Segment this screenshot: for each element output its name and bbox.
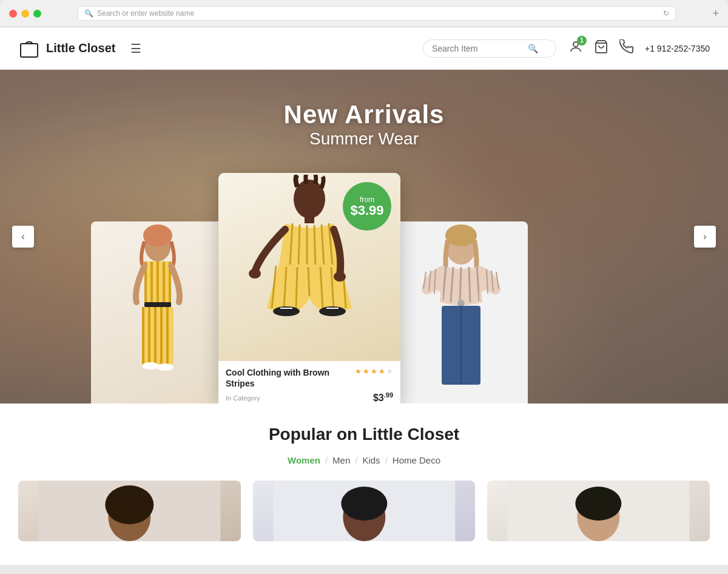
product-thumb-2[interactable] [253, 481, 476, 541]
url-text: Search or enter website name [97, 9, 194, 18]
carousel-prev-button[interactable]: ‹ [12, 226, 34, 248]
new-tab-button[interactable]: + [712, 7, 719, 20]
product-rating: ★ ★ ★ ★ ★ [355, 367, 393, 376]
close-dot[interactable] [9, 10, 17, 18]
person-right-figure [413, 223, 510, 402]
svg-rect-14 [148, 307, 150, 365]
logo-area: Little Closet ☰ [18, 38, 141, 59]
app-container: Little Closet ☰ 🔍 1 [0, 27, 728, 565]
logo-icon [18, 38, 40, 59]
star-1: ★ [355, 367, 362, 376]
browser-dots [9, 10, 41, 18]
tab-men[interactable]: Men [332, 455, 350, 465]
svg-rect-13 [142, 307, 144, 365]
svg-rect-12 [142, 307, 174, 365]
svg-line-46 [469, 267, 470, 302]
price-cents: .99 [384, 391, 393, 399]
svg-line-30 [296, 267, 297, 308]
svg-point-19 [157, 363, 174, 371]
svg-point-65 [341, 487, 387, 521]
tab-home-deco[interactable]: Home Deco [393, 455, 440, 465]
card-info: Cool Clothing with Brown Stripes ★ ★ ★ ★… [218, 361, 400, 403]
svg-rect-16 [160, 307, 163, 365]
browser-chrome: 🔍 Search or enter website name ↻ + [0, 0, 728, 27]
svg-line-25 [314, 225, 315, 268]
svg-point-40 [334, 272, 346, 282]
thumb-1-image [18, 481, 241, 541]
hero-subtitle: Summer Wear [284, 129, 445, 149]
address-bar[interactable]: 🔍 Search or enter website name ↻ [78, 6, 676, 21]
product-price: $3.99 [373, 391, 393, 403]
svg-rect-17 [166, 307, 169, 365]
minimize-dot[interactable] [21, 10, 29, 18]
search-icon: 🔍 [84, 9, 93, 18]
popular-section: Popular on Little Closet Women / Men / K… [0, 403, 728, 553]
svg-point-68 [576, 487, 622, 521]
card-main[interactable]: from $3.99 [218, 173, 400, 403]
star-3: ★ [371, 367, 377, 376]
tab-divider-2: / [355, 455, 357, 465]
price-amount: $3.99 [350, 204, 383, 217]
star-5: ★ [386, 367, 393, 376]
product-thumb-3[interactable] [487, 481, 710, 541]
phone-number: +1 912-252-7350 [645, 44, 710, 53]
product-category: In Category [226, 394, 260, 402]
header-right: 🔍 1 [423, 39, 710, 58]
svg-point-62 [122, 488, 134, 500]
star-2: ★ [363, 367, 369, 376]
logo-text: Little Closet [46, 41, 115, 55]
svg-line-31 [308, 267, 309, 296]
menu-icon[interactable]: ☰ [130, 41, 141, 56]
popular-title: Popular on Little Closet [18, 425, 710, 444]
account-button[interactable]: 1 [568, 39, 583, 58]
hero-section: New Arrivals Summer Wear ‹ › [0, 70, 728, 403]
tab-divider-1: / [325, 455, 328, 465]
tab-women[interactable]: Women [288, 455, 320, 465]
carousel-next-button[interactable]: › [694, 226, 716, 248]
card-right-image [394, 221, 528, 403]
card-side-right[interactable] [394, 221, 528, 403]
svg-line-23 [298, 225, 300, 267]
hero-title: New Arrivals [284, 100, 445, 129]
cart-button[interactable] [594, 39, 608, 58]
header-icons: 1 +1 912-252-7350 [568, 39, 710, 58]
thumb-3-image [487, 481, 710, 541]
svg-rect-15 [154, 307, 157, 365]
product-thumb-1[interactable] [18, 481, 241, 541]
svg-rect-0 [21, 44, 38, 57]
tab-divider-3: / [385, 455, 388, 465]
search-bar[interactable]: 🔍 [423, 39, 556, 58]
popular-tabs: Women / Men / Kids / Home Deco [18, 455, 710, 465]
svg-point-61 [134, 493, 149, 507]
site-header: Little Closet ☰ 🔍 1 [0, 27, 728, 70]
cards-container: from $3.99 [91, 173, 637, 403]
svg-point-18 [142, 362, 159, 370]
maximize-dot[interactable] [33, 10, 41, 18]
card-main-image: from $3.99 [218, 173, 400, 361]
account-badge: 1 [577, 36, 587, 46]
svg-rect-21 [305, 216, 314, 223]
hero-text: New Arrivals Summer Wear [284, 100, 445, 149]
thumb-2-image [253, 481, 476, 541]
search-icon: 🔍 [528, 44, 538, 53]
product-name: Cool Clothing with Brown Stripes [226, 367, 350, 389]
card-side-left[interactable] [91, 221, 224, 403]
price-badge: from $3.99 [343, 182, 391, 231]
svg-rect-11 [144, 302, 171, 307]
person-left-figure [115, 223, 200, 402]
svg-point-42 [445, 225, 477, 246]
svg-line-45 [460, 267, 461, 302]
card-left-image [91, 221, 224, 403]
star-4: ★ [379, 367, 385, 376]
svg-point-39 [249, 269, 261, 279]
svg-point-4 [143, 225, 172, 246]
phone-button[interactable] [619, 39, 634, 58]
price-main: $3 [373, 393, 384, 403]
products-row [18, 481, 710, 541]
search-input[interactable] [432, 44, 523, 53]
refresh-icon[interactable]: ↻ [663, 9, 669, 18]
tab-kids[interactable]: Kids [362, 455, 380, 465]
